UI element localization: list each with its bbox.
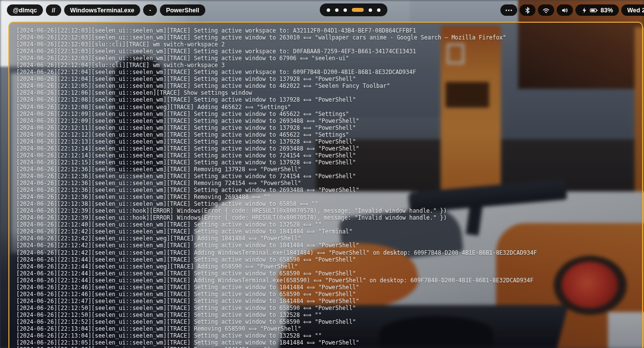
log-line: [2024-06-26][22:12:40][seelen_ui::seelen… bbox=[16, 221, 639, 228]
taskbar-app-button[interactable]: - bbox=[143, 4, 157, 16]
workspace-dot[interactable] bbox=[335, 8, 339, 12]
log-line: [2024-06-26][22:12:09][seelen_ui::seelen… bbox=[16, 111, 639, 117]
workspace-dot[interactable] bbox=[377, 8, 380, 12]
log-line: [2024-06-26][22:12:50][seelen_ui::seelen… bbox=[16, 305, 639, 311]
log-line: [2024-06-26][22:12:12][seelen_ui::seelen… bbox=[16, 131, 639, 138]
log-line: [2024-06-26][22:12:14][seelen_ui::seelen… bbox=[16, 152, 639, 159]
volume-button[interactable] bbox=[557, 4, 573, 16]
taskbar-app-button[interactable]: @dlmqc bbox=[7, 4, 43, 16]
battery-indicator[interactable]: 83% bbox=[575, 4, 619, 16]
log-line: [2024-06-26][22:12:09][seelen_ui::seelen… bbox=[16, 117, 639, 124]
log-line: [2024-06-26][22:13:06][seelen_ui::seelen… bbox=[16, 346, 639, 348]
fancy-toolbar: @dlmqc//WindowsTerminal.exe-PowerShell bbox=[0, 0, 644, 20]
log-line: [2024-06-26][22:12:44][seelen_ui::seelen… bbox=[16, 270, 639, 277]
log-line: [2024-06-26][22:12:52][seelen_ui::seelen… bbox=[16, 318, 639, 325]
log-line: [2024-06-26][22:12:42][seelen_ui::seelen… bbox=[16, 249, 639, 256]
wifi-button[interactable] bbox=[538, 4, 554, 16]
log-line: [2024-06-26][22:13:05][seelen_ui::seelen… bbox=[16, 339, 639, 346]
taskbar-app-button[interactable]: PowerShell bbox=[160, 4, 205, 16]
log-line: [2024-06-26][22:12:50][seelen_ui::seelen… bbox=[16, 311, 639, 318]
log-line: [2024-06-26][22:12:08][seelen_ui::seelen… bbox=[16, 96, 639, 103]
log-line: [2024-06-26][22:12:15][seelen_ui::seelen… bbox=[16, 159, 639, 166]
terminal-log: [2024-06-26][22:12:03][seelen_ui::seelen… bbox=[9, 23, 642, 348]
workspace-dot[interactable] bbox=[352, 8, 364, 12]
log-line: [2024-06-26][22:12:42][seelen_ui::seelen… bbox=[16, 235, 639, 242]
log-line: [2024-06-26][22:12:03][seelen_ui::seelen… bbox=[16, 34, 639, 41]
log-line: [2024-06-26][22:12:11][seelen_ui::seelen… bbox=[16, 124, 639, 131]
log-line: [2024-06-26][22:12:46][seelen_ui::seelen… bbox=[16, 291, 639, 298]
log-line: [2024-06-26][22:12:14][seelen_ui::seelen… bbox=[16, 145, 639, 152]
workspace-switcher[interactable] bbox=[320, 3, 387, 16]
log-line: [2024-06-26][22:12:04][slu::cli][TRACE] … bbox=[16, 62, 639, 69]
log-line: [2024-06-26][22:12:03][seelen_ui::seelen… bbox=[16, 48, 639, 55]
log-line: [2024-06-26][22:13:04][seelen_ui::seelen… bbox=[16, 325, 639, 332]
log-line: [2024-06-26][22:12:36][seelen_ui::seelen… bbox=[16, 187, 639, 193]
log-line: [2024-06-26][22:12:47][seelen_ui::seelen… bbox=[16, 298, 639, 305]
log-line: [2024-06-26][22:12:13][seelen_ui::seelen… bbox=[16, 138, 639, 145]
log-line: [2024-06-26][22:12:36][seelen_ui::seelen… bbox=[16, 180, 639, 187]
taskbar-app-button[interactable]: WindowsTerminal.exe bbox=[64, 4, 140, 16]
battery-icon bbox=[590, 7, 598, 14]
charging-bolt-icon bbox=[581, 7, 587, 14]
log-line: [2024-06-26][22:12:39][seelen_ui::hook][… bbox=[16, 207, 639, 214]
datetime-label: Wed 26 Jun, 0 bbox=[627, 7, 644, 14]
log-line: [2024-06-26][22:12:44][seelen_ui::seelen… bbox=[16, 256, 639, 263]
log-line: [2024-06-26][22:12:39][seelen_ui::hook][… bbox=[16, 214, 639, 221]
log-line: [2024-06-26][22:12:03][seelen_ui::seelen… bbox=[16, 27, 639, 34]
terminal-window[interactable]: [2024-06-26][22:12:03][seelen_ui::seelen… bbox=[8, 22, 643, 348]
taskbar-app-button[interactable]: // bbox=[46, 4, 61, 16]
log-line: [2024-06-26][22:12:08][seelen_ui::seelen… bbox=[16, 104, 639, 111]
log-line: [2024-06-26][22:12:38][seelen_ui::seelen… bbox=[16, 200, 639, 207]
log-line: [2024-06-26][22:12:36][seelen_ui::seelen… bbox=[16, 173, 639, 180]
log-line: [2024-06-26][22:12:05][seelen_ui::seelen… bbox=[16, 82, 639, 89]
log-line: [2024-06-26][22:12:44][seelen_ui::seelen… bbox=[16, 263, 639, 270]
log-line: [2024-06-26][22:12:36][seelen_ui::seelen… bbox=[16, 193, 639, 200]
workspace-dot[interactable] bbox=[369, 8, 372, 12]
log-line: [2024-06-26][22:12:03][seelen_ui::seelen… bbox=[16, 55, 639, 62]
workspace-dot[interactable] bbox=[343, 8, 347, 12]
log-line: [2024-06-26][22:12:44][seelen_ui::seelen… bbox=[16, 277, 639, 284]
wifi-icon bbox=[542, 7, 550, 14]
log-line: [2024-06-26][22:12:42][seelen_ui::seelen… bbox=[16, 242, 639, 249]
log-line: [2024-06-26][22:12:36][seelen_ui::seelen… bbox=[16, 166, 639, 173]
workspace-dot[interactable] bbox=[327, 8, 330, 12]
speaker-icon bbox=[561, 7, 568, 14]
log-line: [2024-06-26][22:12:03][slu::cli][TRACE] … bbox=[16, 41, 639, 48]
toolbar-left-group: @dlmqc//WindowsTerminal.exe-PowerShell bbox=[7, 4, 205, 16]
battery-percent: 83% bbox=[601, 7, 613, 14]
log-line: [2024-06-26][22:12:46][seelen_ui::seelen… bbox=[16, 284, 639, 291]
log-line: [2024-06-26][22:12:42][seelen_ui::seelen… bbox=[16, 228, 639, 235]
log-line: [2024-06-26][22:12:04][seelen_ui::seelen… bbox=[16, 69, 639, 76]
toolbar-right-group: 83% Wed 26 Jun, 0 bbox=[500, 4, 644, 16]
clock-indicator[interactable]: Wed 26 Jun, 0 bbox=[621, 4, 644, 16]
ellipsis-icon bbox=[505, 7, 513, 14]
log-line: [2024-06-26][22:13:04][seelen_ui::seelen… bbox=[16, 332, 639, 339]
more-options-button[interactable] bbox=[500, 4, 517, 16]
bluetooth-icon bbox=[524, 7, 531, 14]
bluetooth-button[interactable] bbox=[520, 4, 535, 16]
log-line: [2024-06-26][22:12:04][seelen_ui::seelen… bbox=[16, 76, 639, 82]
log-line: [2024-06-26][22:12:06][seelen_ui::seelen… bbox=[16, 89, 639, 96]
